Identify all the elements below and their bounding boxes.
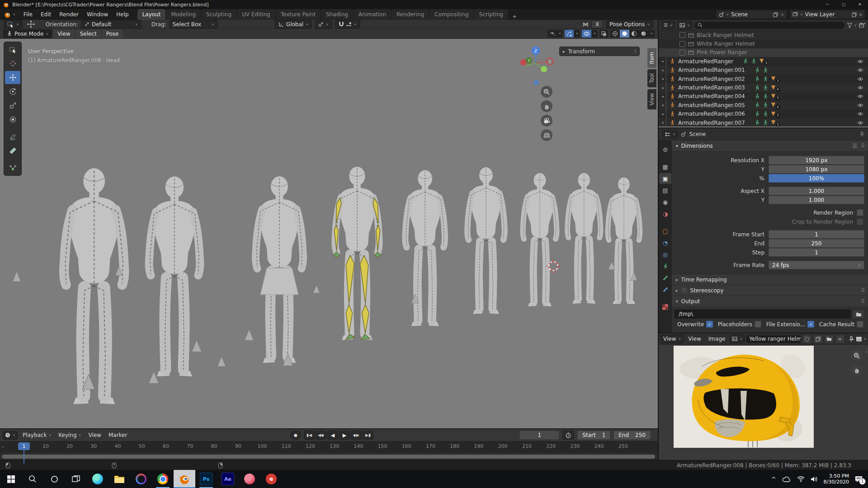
aspect-x-field[interactable]: 1.000: [769, 187, 864, 195]
collection-checkbox[interactable]: [679, 32, 685, 38]
tab-output-properties[interactable]: ▣: [659, 173, 671, 184]
yellow-helmet-image[interactable]: [674, 346, 814, 448]
expand-arrow-icon[interactable]: ▸: [662, 77, 664, 81]
open-folder-button[interactable]: [853, 310, 864, 319]
editor-divider[interactable]: [658, 20, 659, 460]
red-circle-app-icon[interactable]: e: [260, 470, 282, 488]
expand-arrow-icon[interactable]: ▸: [662, 86, 664, 90]
grid-ortho-button[interactable]: [541, 129, 552, 141]
viewport-menu-select[interactable]: Select: [76, 30, 101, 38]
hide-eye-icon[interactable]: [857, 77, 863, 81]
ranger-model-7[interactable]: [523, 173, 557, 306]
expand-arrow-icon[interactable]: ▸: [563, 49, 565, 54]
outliner-filter-id-dropdown[interactable]: ∨: [677, 21, 692, 29]
tab-layout[interactable]: Layout: [137, 9, 166, 20]
viewport-menu-view[interactable]: View: [53, 30, 74, 38]
frame-end-field[interactable]: End250: [613, 431, 651, 440]
fake-user-shield-icon[interactable]: [802, 335, 811, 343]
volume-icon[interactable]: [811, 476, 818, 482]
ranger-model-2[interactable]: [149, 177, 200, 377]
tool-pose-breakdowner[interactable]: [5, 161, 20, 174]
armature-data-icon[interactable]: [763, 94, 769, 99]
outliner-search-input[interactable]: [694, 22, 844, 29]
tab-view-layer-properties[interactable]: ▤: [659, 185, 671, 196]
expand-arrow-icon[interactable]: ▸: [662, 68, 664, 72]
outliner-item-armature[interactable]: ▸ ArmatureRedRanger.006 ▼3: [659, 110, 868, 118]
armature-data-icon[interactable]: [763, 111, 769, 117]
proportional-edit-icon[interactable]: ⋈: [583, 21, 589, 28]
outliner-item-armature[interactable]: ▸ ArmatureRedRanger.004 ▼3: [659, 92, 868, 101]
chrome-icon[interactable]: [152, 470, 174, 488]
expand-arrow-icon[interactable]: ▸: [662, 112, 664, 116]
armature-data-icon[interactable]: [763, 85, 769, 91]
resolution-y-field[interactable]: 1080 px: [769, 165, 864, 174]
dark-circle-app-icon[interactable]: [130, 470, 152, 488]
pose-icon[interactable]: [754, 120, 760, 126]
outliner-item-armature[interactable]: ▸ ArmatureRedRanger.007 ▼3: [659, 118, 868, 127]
copy-icon[interactable]: [773, 12, 778, 17]
tab-armature-data-properties[interactable]: [659, 261, 671, 272]
tab-compositing[interactable]: Compositing: [429, 9, 473, 20]
blender-app-menu[interactable]: ∨: [0, 9, 19, 20]
resolution-x-field[interactable]: 1920 px: [769, 156, 864, 164]
pose-options-dropdown[interactable]: Pose Options ∨: [606, 20, 653, 28]
collection-checkbox[interactable]: [679, 41, 685, 47]
clear-filter-button[interactable]: X: [591, 20, 603, 28]
hide-eye-icon[interactable]: [857, 94, 863, 99]
sidebar-tab-view[interactable]: View: [647, 89, 656, 109]
current-frame-marker[interactable]: 1: [18, 442, 30, 450]
remove-view-layer-icon[interactable]: ✕: [859, 12, 863, 17]
ranger-model-9[interactable]: [608, 178, 640, 304]
cache-result-option[interactable]: Cache Result: [819, 321, 863, 328]
next-keyframe-button[interactable]: ◆▶: [351, 431, 362, 440]
frame-end-field[interactable]: 250: [769, 239, 864, 248]
expand-arrow-icon[interactable]: ▸: [662, 94, 664, 99]
region-expand-icon[interactable]: ›: [2, 444, 4, 450]
image-name-field[interactable]: Yellow ranger Helm...: [746, 335, 801, 343]
prev-keyframe-button[interactable]: ◀◆: [316, 431, 326, 440]
pose-icon[interactable]: [754, 102, 760, 108]
unlink-scene-icon[interactable]: ✕: [780, 12, 784, 17]
drag-dots-icon[interactable]: ⠿: [634, 49, 636, 54]
action-center-button[interactable]: 1: [855, 476, 863, 483]
navigation-gizmo[interactable]: Z X Y: [515, 44, 556, 88]
gizmo-bottom-dot[interactable]: [534, 80, 539, 85]
outliner-item-armature[interactable]: ▸ ArmatureRedRanger.003 ▼4: [659, 83, 868, 92]
wifi-icon[interactable]: [797, 476, 805, 482]
tab-animation[interactable]: Animation: [354, 9, 391, 20]
start-button[interactable]: [0, 470, 22, 488]
tab-texture-properties[interactable]: [659, 301, 671, 312]
collapse-arrow-icon[interactable]: ▾: [676, 144, 678, 148]
snap-toggle-group[interactable]: ∨: [335, 20, 360, 28]
drag-dots-icon[interactable]: ⠿: [861, 143, 864, 149]
resolution-percent-slider[interactable]: 100%: [769, 174, 864, 183]
tab-shading[interactable]: Shading: [321, 9, 353, 20]
unlink-image-icon[interactable]: ✕: [835, 335, 844, 343]
outliner-item-armature[interactable]: ▸ ArmatureRedRanger.005 ▼4: [659, 101, 868, 109]
shading-wireframe-button[interactable]: [610, 30, 620, 38]
output-section[interactable]: ▾ Output ⠿: [672, 296, 868, 306]
tool-transform[interactable]: [5, 113, 20, 126]
play-reverse-button[interactable]: ◀: [327, 431, 338, 440]
outliner-item-armature[interactable]: ▸ ArmatureRedRanger.002 ▼3: [659, 75, 868, 83]
tab-uv-editing[interactable]: UV Editing: [237, 9, 275, 20]
image-menu-view[interactable]: View: [685, 333, 703, 344]
pin-icon[interactable]: [849, 336, 854, 342]
tab-physics-properties[interactable]: ◔: [659, 237, 671, 248]
timeline-view-menu[interactable]: View: [86, 432, 103, 438]
tab-tool-properties[interactable]: ⚙: [659, 144, 671, 155]
tool-move[interactable]: [5, 71, 20, 84]
pose-icon[interactable]: [754, 85, 760, 91]
pan-hand-button[interactable]: [851, 364, 863, 376]
xray-toggle[interactable]: [599, 30, 609, 38]
blender-taskbar-icon[interactable]: [174, 470, 195, 488]
ranger-model-5[interactable]: [405, 170, 445, 326]
armature-data-icon[interactable]: [763, 102, 769, 108]
overwrite-option[interactable]: Overwrite✓: [677, 321, 713, 328]
image-editor-mode-dropdown[interactable]: View ∨: [660, 335, 684, 343]
hide-eye-icon[interactable]: [857, 85, 863, 90]
editor-type-dropdown[interactable]: ∨: [662, 130, 678, 138]
maximize-button[interactable]: ▢: [835, 0, 852, 9]
pose-icon[interactable]: [754, 111, 760, 117]
add-workspace-button[interactable]: +: [509, 14, 520, 20]
